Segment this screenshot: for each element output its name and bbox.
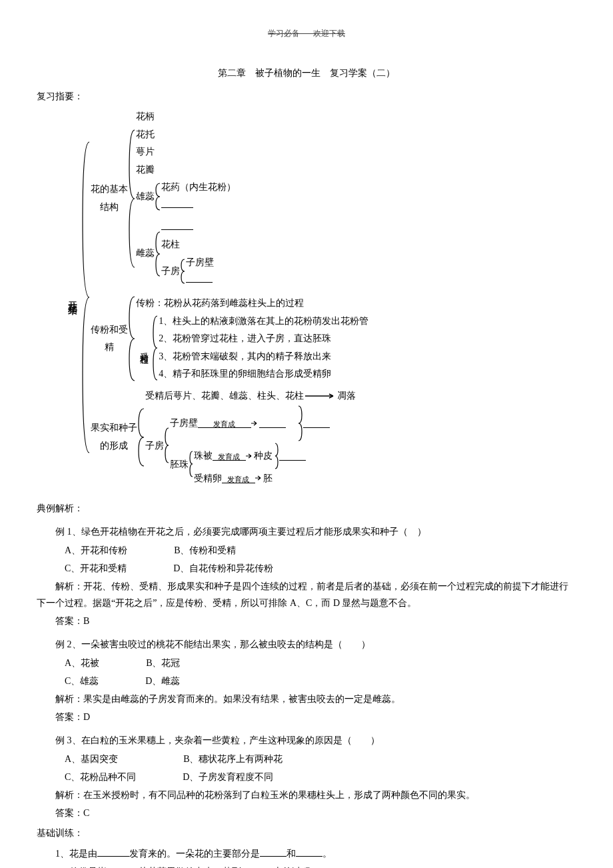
stamen-label: 雄蕊 xyxy=(136,188,155,206)
flower-structure-label: 花的基本结构 xyxy=(91,181,128,216)
embryo-label: 胚 xyxy=(263,470,273,487)
pollination-def: 传粉：花粉从花药落到雌蕊柱头上的过程 xyxy=(136,295,369,313)
fert-step-3: 3、花粉管末端破裂，其内的精子释放出来 xyxy=(159,348,368,366)
ex1-question: 例 1、绿色开花植物在开花之后，必须要完成哪两项主要过程后才能形成果实和种子（ … xyxy=(37,523,576,540)
ex2-options-ab: A、花被 B、花冠 xyxy=(37,655,576,671)
part-sepal: 萼片 xyxy=(136,143,236,161)
ovary-label-2: 子房 xyxy=(145,437,164,455)
ex3-options-cd: C、花粉品种不同 D、子房发育程度不同 xyxy=(37,769,576,785)
section-examples-label: 典例解析： xyxy=(37,500,576,517)
ovary-wall-label: 子房壁 xyxy=(186,254,214,272)
ex2-question: 例 2、一朵被害虫咬过的桃花不能结出果实，那么被虫咬去的结构是（ ） xyxy=(37,636,576,653)
ex3-options-ab: A、基因突变 B、穗状花序上有两种花 xyxy=(37,751,576,767)
ex2-analysis: 解析：果实是由雌蕊的子房发育而来的。如果没有结果，被害虫咬去的一定是雌蕊。 xyxy=(37,691,576,707)
ex3-question: 例 3、在白粒的玉米果穗上，夹杂着一些黄粒，产生这种现象的原因是（ ） xyxy=(37,732,576,749)
training-q2: 2、传份是指从花药里散放出来，落到上的过程。 xyxy=(37,863,576,868)
part-receptacle: 花托 xyxy=(136,126,236,144)
ex2-options-cd: C、雄蕊 D、雌蕊 xyxy=(37,673,576,689)
ex1-analysis: 解析：开花、传粉、受精、形成果实和种子是四个连续的过程，前者是后者的基础，必须在… xyxy=(37,578,576,611)
concept-diagram: 开花和结果 花的基本结构 花柄 花托 萼片 花瓣 雄蕊 花药（内生花粉） xyxy=(63,108,576,487)
fruit-seed-label: 果实和种子的形成 xyxy=(91,419,137,455)
blank-t1-1 xyxy=(97,847,129,857)
root-label: 开花和结果 xyxy=(63,294,81,301)
pistil-label: 雌蕊 xyxy=(136,245,155,263)
ex1-options-cd: C、开花和受精 D、自花传粉和异花传粉 xyxy=(37,560,576,577)
ex1-answer: 答案：B xyxy=(37,613,576,629)
blank-t2-2 xyxy=(241,865,273,868)
blank-ovule xyxy=(186,273,213,283)
wither-pre: 受精后萼片、花瓣、雄蕊、柱头、花柱 xyxy=(145,387,304,405)
ovule-label: 胚珠 xyxy=(170,456,189,473)
blank-t2-1 xyxy=(107,865,139,868)
ex2-answer: 答案：D xyxy=(37,709,576,725)
training-q1: 1、花是由发育来的。一朵花的主要部分是和。 xyxy=(37,845,576,862)
ovary-wall-2: 子房壁 xyxy=(170,415,198,432)
seedcoat-label: 种皮 xyxy=(254,447,273,465)
section-review-label: 复习指要： xyxy=(37,88,576,105)
blank-stigma xyxy=(161,220,193,230)
fert-step-4: 4、精子和胚珠里的卵细胞结合形成受精卵 xyxy=(159,365,368,383)
style-label: 花柱 xyxy=(161,236,214,254)
integument-label: 珠被 xyxy=(194,447,213,465)
blank-seed xyxy=(279,451,306,461)
part-pedicel: 花柄 xyxy=(136,108,236,126)
wither-post: 凋落 xyxy=(337,387,356,405)
zygote-label: 受精卵 xyxy=(194,470,222,487)
blank-fruit xyxy=(303,418,330,428)
blank-t1-2 xyxy=(260,847,287,857)
blank-t1-3 xyxy=(296,847,322,857)
part-petal: 花瓣 xyxy=(136,161,236,179)
header-strike: 学习必备-----欢迎下载 xyxy=(37,27,576,41)
chapter-title: 第二章 被子植物的一生 复习学案（二） xyxy=(37,65,576,81)
ex1-options-ab: A、开花和传粉 B、传粉和受精 xyxy=(37,542,576,559)
ex3-analysis: 解析：在玉米授粉时，有不同品种的花粉落到了白粒玉米的果穗柱头上，形成了两种颜色不… xyxy=(37,787,576,803)
anther-label: 花药（内生花粉） xyxy=(161,179,236,197)
ex3-answer: 答案：C xyxy=(37,805,576,821)
blank-pericarp xyxy=(259,418,286,428)
pollination-fert-label: 传粉和受精 xyxy=(91,321,128,357)
blank-filament xyxy=(161,198,193,208)
section-training-label: 基础训练： xyxy=(37,825,576,841)
fert-proc-label: 受精过程 xyxy=(136,345,153,351)
fert-step-1: 1、柱头上的粘液刺激落在其上的花粉萌发出花粉管 xyxy=(159,313,368,331)
ovary-label: 子房 xyxy=(161,263,180,281)
fert-step-2: 2、花粉管穿过花柱，进入子房，直达胚珠 xyxy=(159,330,368,348)
